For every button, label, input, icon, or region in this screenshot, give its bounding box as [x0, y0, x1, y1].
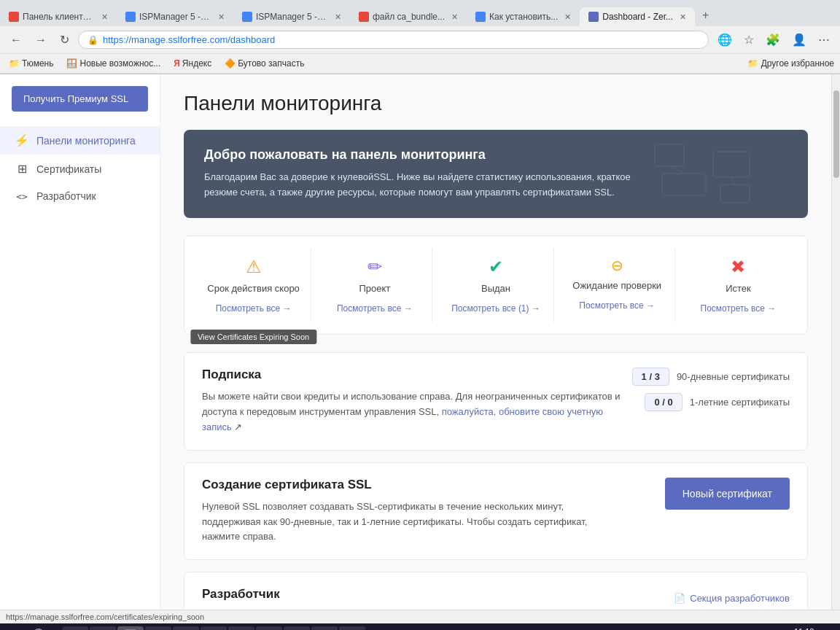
tab-1[interactable]: Панель клиента... ✕	[0, 7, 117, 26]
forward-button[interactable]: →	[31, 32, 51, 48]
new-certificate-button[interactable]: Новый сертификат	[665, 478, 790, 510]
tab-5-icon	[475, 12, 486, 22]
issued-link[interactable]: Посмотреть все (1) →	[451, 303, 540, 314]
subscription-row: Подписка Вы можете найти свои кредиты и …	[202, 368, 790, 435]
taskbar-app-3[interactable]	[145, 626, 171, 630]
status-card-draft: ✏ Проект Посмотреть все →	[317, 248, 432, 323]
tab-3-icon	[242, 12, 252, 22]
bookmark-2[interactable]: 🪟 Новые возможнос...	[63, 57, 163, 70]
developer-title: Разработчик	[202, 587, 280, 602]
taskbar-app-5[interactable]	[201, 626, 227, 630]
nav-bar: ← → ↻ 🔒 https://manage.sslforfree.com/da…	[0, 26, 840, 54]
expired-label: Истек	[687, 283, 790, 295]
menu-button[interactable]: ⋯	[814, 31, 834, 48]
sidebar-item-developer[interactable]: <> Разработчик	[0, 183, 160, 209]
stat-1year: 0 / 0 1-летние сертификаты	[645, 393, 790, 411]
expiring-tooltip: View Certificates Expiring Soon	[190, 330, 316, 344]
bookmark-1-icon: 📁	[9, 58, 20, 69]
tab-6-icon	[588, 12, 599, 22]
tab-6[interactable]: Dashboard - Zer... ✕	[580, 7, 695, 26]
nav-extra: 🌐 ☆ 🧩 👤 ⋯	[713, 31, 834, 48]
expired-link[interactable]: Посмотреть все →	[701, 303, 777, 314]
create-cert-right: Новый сертификат	[648, 478, 790, 510]
stat-90day-badge: 1 / 3	[632, 368, 669, 386]
sidebar-item-dashboard[interactable]: ⚡ Панели мониторинга	[0, 126, 160, 155]
welcome-banner: Добро пожаловать на панель мониторинга Б…	[184, 130, 808, 218]
taskbar-app-browser[interactable]	[117, 626, 144, 630]
banner-decoration	[648, 137, 793, 218]
subscription-text: Вы можете найти свои кредиты и использов…	[202, 389, 625, 435]
scrollbar[interactable]	[831, 74, 840, 610]
translate-button[interactable]: 🌐	[713, 31, 736, 48]
dashboard-icon: ⚡	[15, 133, 29, 147]
tab-2[interactable]: ISPManager 5 - И... ✕	[117, 7, 233, 26]
bookmark-3[interactable]: Я Яндекс	[171, 57, 214, 70]
scrollbar-thumb[interactable]	[833, 90, 839, 178]
bookmark-1[interactable]: 📁 Тюмень	[6, 57, 56, 70]
bookmarks-bar: 📁 Тюмень 🪟 Новые возможнос... Я Яндекс 🔶…	[0, 54, 840, 74]
search-taskbar-button[interactable]: 🔍	[28, 626, 53, 630]
taskbar-app-8[interactable]	[284, 626, 310, 630]
start-button[interactable]: ⊞	[6, 626, 26, 630]
subscription-title: Подписка	[202, 368, 625, 382]
taskbar-datetime: 11:13 14.06.2020	[794, 627, 834, 630]
profile-button[interactable]: 👤	[788, 31, 811, 48]
sidebar-item-certificates-label: Сертификаты	[36, 163, 101, 175]
taskbar-app-9[interactable]	[311, 626, 338, 630]
new-tab-button[interactable]: +	[695, 4, 716, 26]
subscription-external-icon: ↗	[234, 421, 242, 432]
pending-icon: ⊖	[566, 257, 669, 274]
bookmark-button[interactable]: ☆	[739, 31, 758, 48]
tab-4-close[interactable]: ✕	[451, 12, 458, 22]
status-card-expiring: ⚠ Срок действия скоро Посмотреть все → V…	[196, 248, 311, 323]
pending-label: Ожидание проверки	[566, 280, 669, 292]
stat-1year-label: 1-летние сертификаты	[690, 397, 790, 408]
tab-5-close[interactable]: ✕	[564, 12, 571, 22]
taskbar-app-2[interactable]	[90, 626, 116, 630]
extensions-button[interactable]: 🧩	[761, 31, 785, 48]
tab-6-close[interactable]: ✕	[680, 12, 686, 22]
svg-line-5	[731, 177, 735, 184]
create-cert-row: Создание сертификата SSL Нулевой SSL поз…	[202, 478, 790, 545]
taskbar-app-4[interactable]	[173, 626, 199, 630]
back-button[interactable]: ←	[6, 32, 26, 48]
tab-3[interactable]: ISPManager 5 - И... ✕	[233, 7, 350, 26]
taskbar-app-7[interactable]	[256, 626, 282, 630]
subscription-left: Подписка Вы можете найти свои кредиты и …	[202, 368, 625, 435]
bookmarks-right[interactable]: 📁 Другое избранное	[747, 58, 834, 69]
tab-3-title: ISPManager 5 - И...	[256, 12, 328, 22]
subscription-stats: 1 / 3 90-дневные сертификаты 0 / 0 1-лет…	[632, 368, 790, 411]
address-bar[interactable]: 🔒 https://manage.sslforfree.com/dashboar…	[78, 31, 709, 49]
tab-2-close[interactable]: ✕	[218, 12, 225, 22]
tab-2-icon	[125, 12, 136, 22]
sidebar-item-certificates[interactable]: ⊞ Сертификаты	[0, 155, 160, 183]
create-cert-title: Создание сертификата SSL	[202, 478, 625, 492]
banner-text: Благодарим Вас за доверие к нулевойSSL. …	[204, 170, 642, 201]
developer-link[interactable]: 📄 Секция разработчиков	[674, 593, 790, 604]
taskbar-app-1[interactable]	[62, 626, 88, 630]
reload-button[interactable]: ↻	[55, 31, 74, 48]
draft-link[interactable]: Посмотреть все →	[337, 303, 413, 314]
sidebar-item-developer-label: Разработчик	[36, 190, 96, 202]
taskbar-time: 11:13	[794, 627, 834, 630]
sidebar: Получить Премиум SSL ⚡ Панели мониторинг…	[0, 74, 160, 610]
taskbar: ⊞ 🔍	[0, 623, 840, 630]
taskbar-app-6[interactable]	[228, 626, 254, 630]
svg-rect-4	[720, 184, 750, 203]
expiring-link[interactable]: Посмотреть все →	[216, 303, 292, 314]
tab-5[interactable]: Как установить... ✕	[467, 7, 580, 26]
tab-4[interactable]: файл ca_bundle... ✕	[350, 7, 467, 26]
bookmark-3-icon: Я	[174, 58, 180, 69]
tab-1-icon	[9, 12, 19, 22]
status-url: https://manage.sslforfree.com/certificat…	[6, 612, 204, 621]
premium-button[interactable]: Получить Премиум SSL	[12, 86, 148, 112]
draft-label: Проект	[323, 283, 426, 295]
address-text: https://manage.sslforfree.com/dashboard	[103, 34, 275, 45]
pending-link[interactable]: Посмотреть все →	[579, 300, 655, 311]
tab-1-close[interactable]: ✕	[101, 12, 108, 22]
developer-section: Разработчик 📄 Секция разработчиков	[184, 572, 808, 610]
bookmark-4[interactable]: 🔶 Бутово запчасть	[222, 57, 307, 70]
tab-3-close[interactable]: ✕	[335, 12, 341, 22]
taskbar-app-10[interactable]	[339, 626, 365, 630]
certificates-icon: ⊞	[15, 162, 29, 176]
